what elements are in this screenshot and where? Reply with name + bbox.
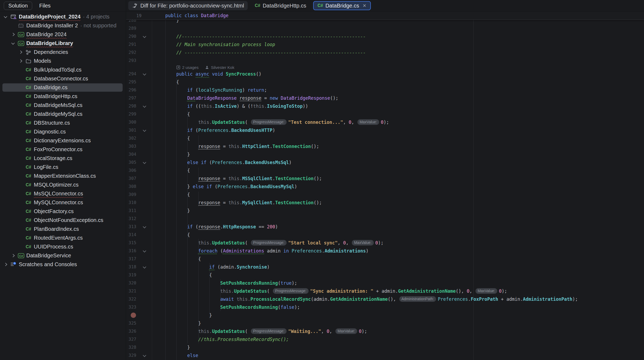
tree-item[interactable]: DataBridgeProject_2024· 4 projects — [0, 12, 126, 21]
sticky-line[interactable]: 19 public class DataBridge — [126, 12, 644, 20]
tab-solution[interactable]: Solution — [4, 2, 32, 10]
code-line[interactable]: 319 { — [126, 271, 644, 279]
gutter[interactable]: 301 — [126, 126, 154, 134]
gutter[interactable]: 320 — [126, 279, 154, 287]
tree-item[interactable]: C#DataBridge 2024 — [0, 30, 126, 39]
code-line[interactable]: 313 if (response.HttpResponse == 200) — [126, 223, 644, 231]
tree-item[interactable]: C#DataBridgeLibrary — [0, 39, 126, 48]
code-line[interactable]: 311 } — [126, 207, 644, 215]
chevron-right-icon[interactable] — [9, 33, 17, 36]
fold-chevron-icon[interactable] — [143, 128, 146, 132]
gutter[interactable]: 307 — [126, 175, 154, 183]
tree-item[interactable]: C#LocalStorage.cs — [0, 154, 126, 163]
gutter[interactable]: 309 — [126, 191, 154, 199]
tree-item[interactable]: C#ObjectNotFoundException.cs — [0, 216, 126, 225]
gutter[interactable]: 326 — [126, 327, 154, 335]
gutter[interactable]: 302 — [126, 134, 154, 142]
code-line[interactable]: 300 this.UpdateStatus( ProgressMessage:"… — [126, 118, 644, 126]
chevron-right-icon[interactable] — [2, 263, 9, 266]
tree-item[interactable]: Scratches and Consoles — [0, 260, 126, 269]
code-line[interactable]: 299 { — [126, 110, 644, 118]
fold-chevron-icon[interactable] — [143, 249, 146, 253]
gutter[interactable]: 312 — [126, 215, 154, 223]
tree-item[interactable]: C#DBStructure.cs — [0, 118, 126, 127]
tree-item[interactable]: C#DataBridge.cs — [0, 83, 126, 92]
code-line[interactable]: 316 foreach (Administrations admin in Pr… — [126, 247, 644, 255]
code-line[interactable]: 289 — [126, 24, 644, 32]
tree-item[interactable]: C#RoutedEventArgs.cs — [0, 233, 126, 242]
gutter[interactable]: 311 — [126, 207, 154, 215]
gutter[interactable]: 289 — [126, 24, 154, 32]
code-line[interactable]: 325 } — [126, 319, 644, 327]
gutter[interactable]: 310 — [126, 199, 154, 207]
tree-item[interactable]: C#MsSQLConnector.cs — [0, 189, 126, 198]
code-line[interactable]: 294 public async void SyncProcess() — [126, 70, 644, 78]
chevron-right-icon[interactable] — [9, 254, 17, 257]
gutter[interactable]: 290 — [126, 32, 154, 40]
fold-chevron-icon[interactable] — [143, 225, 146, 228]
code-line[interactable]: 305 else if (Preferences.BackendUsesMsSq… — [126, 158, 644, 166]
code-line[interactable]: 329 else — [126, 351, 644, 359]
code-line[interactable]: 306 { — [126, 166, 644, 175]
tree-item[interactable]: C#BulkUploadToSql.cs — [0, 65, 126, 74]
code-line[interactable]: 322 await this.ProcessLocalRecordSync(ad… — [126, 295, 644, 303]
editor-tab[interactable]: C#DataBridge.cs✕ — [313, 1, 371, 10]
code-line[interactable]: 303 response = this.HttpClient.TestConne… — [126, 142, 644, 150]
editor-tab[interactable]: C#DataBridgeHttp.cs — [251, 1, 310, 10]
code-line[interactable]: 292 // ---------------------------------… — [126, 49, 644, 57]
gutter[interactable]: 308 — [126, 183, 154, 191]
code-line[interactable]: 326 this.UpdateStatus( ProgressMessage:"… — [126, 327, 644, 335]
code-line[interactable]: 320 SetPushRecordsRunning(true); — [126, 279, 644, 287]
fold-chevron-icon[interactable] — [143, 161, 146, 164]
code-line[interactable]: 290 //----------------------------------… — [126, 32, 644, 40]
gutter[interactable]: 321 — [126, 287, 154, 295]
tree-item[interactable]: C#DataBridgeMsSql.cs — [0, 101, 126, 110]
fold-chevron-icon[interactable] — [143, 265, 146, 269]
gutter[interactable]: 315 — [126, 239, 154, 247]
code-line[interactable]: 323 SetPushRecordsRunning(false); — [126, 303, 644, 311]
fold-chevron-icon[interactable] — [143, 354, 146, 357]
code-line[interactable]: 317 { — [126, 255, 644, 263]
gutter[interactable]: 319 — [126, 271, 154, 279]
gutter[interactable]: 303 — [126, 142, 154, 150]
gutter[interactable]: 297 — [126, 94, 154, 102]
code-line[interactable]: 296 if (localSyncRunning) return; — [126, 86, 644, 94]
code-line[interactable]: 321 this.UpdateStatus( ProgressMessage:"… — [126, 287, 644, 295]
gutter[interactable]: 317 — [126, 255, 154, 263]
breakpoint-icon[interactable] — [131, 313, 136, 318]
tree-item[interactable]: C#DataBridgeMySql.cs — [0, 110, 126, 118]
tree-item[interactable]: C#MSQLOptimizer.cs — [0, 180, 126, 189]
fold-chevron-icon[interactable] — [143, 104, 146, 108]
gutter[interactable]: 296 — [126, 86, 154, 94]
tree-item[interactable]: C#UUIDProcess.cs — [0, 242, 126, 251]
code-line[interactable]: 308 } else if (Preferences.BackendUsesMy… — [126, 183, 644, 191]
tree-item[interactable]: C#DataBridgeHttp.cs — [0, 92, 126, 101]
code-line[interactable]: 312 — [126, 215, 644, 223]
code-line[interactable]: 291 // Main synchronisation process loop — [126, 40, 644, 49]
tree-item[interactable]: C#Diagnostic.cs — [0, 127, 126, 136]
editor-tab[interactable]: Diff for File: portfolio-accountview-syn… — [128, 1, 248, 10]
code-line[interactable]: 302 { — [126, 134, 644, 142]
chevron-down-icon[interactable] — [9, 43, 17, 44]
code-line[interactable]: 314 { — [126, 231, 644, 239]
gutter[interactable]: 293 — [126, 57, 154, 65]
tree-item[interactable]: C#PlanBoardIndex.cs — [0, 225, 126, 233]
chevron-right-icon[interactable] — [17, 51, 24, 53]
code-line[interactable]: 327 //this.ProcessRemoteRecordSync(); — [126, 335, 644, 343]
tab-files[interactable]: Files — [39, 3, 50, 9]
code-vision-annotation[interactable]: 2 usagesSilvester Kok — [126, 65, 644, 70]
gutter[interactable]: 306 — [126, 166, 154, 175]
gutter[interactable]: 299 — [126, 110, 154, 118]
usages-count[interactable]: 2 usages — [182, 65, 199, 70]
gutter[interactable]: 291 — [126, 40, 154, 49]
code-line[interactable]: 297 DataBridgeResponse response = new Da… — [126, 94, 644, 102]
tree-item[interactable]: C#ObjectFactory.cs — [0, 207, 126, 216]
tree-item[interactable]: DataBridge Installer 2· not supported — [0, 21, 126, 30]
code-line[interactable]: 301 if (Preferences.BackendUsesHTTP) — [126, 126, 644, 134]
gutter[interactable] — [126, 311, 154, 319]
code-line[interactable]: } — [126, 311, 644, 319]
tree-item[interactable]: Models — [0, 57, 126, 65]
gutter[interactable]: 295 — [126, 78, 154, 86]
fold-chevron-icon[interactable] — [143, 35, 146, 38]
tree-item[interactable]: C#DataBridgeService — [0, 251, 126, 260]
